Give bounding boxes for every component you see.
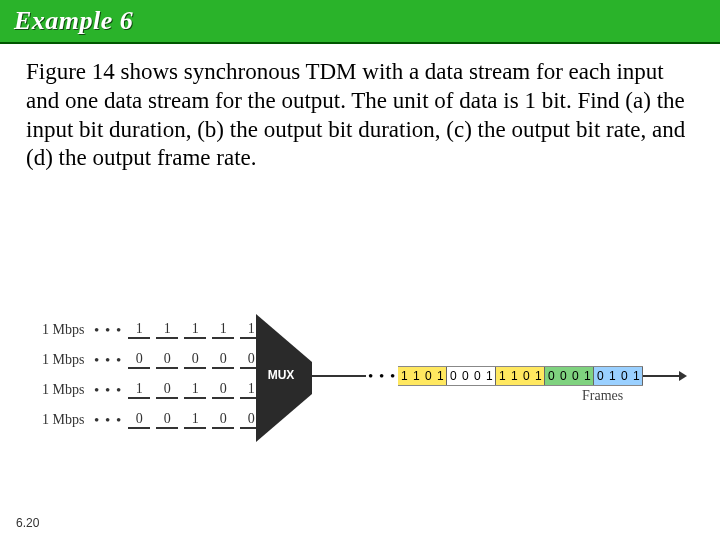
bit-value: 0 [128, 351, 150, 369]
output-frame: 1101 [496, 367, 545, 385]
bit-value: 1 [184, 411, 206, 429]
input-bits: 00100 [128, 411, 268, 429]
frame-bit: 1 [496, 367, 508, 385]
input-row: 1 Mbps• • •00100 [42, 408, 268, 432]
frame-bit: 1 [508, 367, 520, 385]
bit-value: 0 [128, 411, 150, 429]
bit-value: 0 [156, 351, 178, 369]
output-frame: 0001 [447, 367, 496, 385]
frame-bit: 1 [434, 367, 447, 385]
bit-value: 0 [156, 381, 178, 399]
input-rate: 1 Mbps [42, 322, 94, 338]
output-stream: • • • 11010001110100010101 [312, 366, 681, 386]
input-row: 1 Mbps• • •00000 [42, 348, 268, 372]
frame-bit: 1 [581, 367, 594, 385]
bit-value: 1 [156, 321, 178, 339]
bit-value: 1 [184, 381, 206, 399]
frame-bit: 1 [398, 367, 410, 385]
input-bits: 00000 [128, 351, 268, 369]
output-frame: 0001 [545, 367, 594, 385]
tdm-figure: 1 Mbps• • •111111 Mbps• • •000001 Mbps• … [42, 296, 682, 476]
bit-value: 1 [128, 381, 150, 399]
slide-title: Example 6 [14, 6, 133, 36]
output-wire [312, 375, 366, 377]
frame-bit: 0 [618, 367, 630, 385]
problem-statement: Figure 14 shows synchronous TDM with a d… [26, 58, 694, 173]
input-bits: 10101 [128, 381, 268, 399]
frame-bit: 1 [532, 367, 545, 385]
output-frames: 11010001110100010101 [398, 366, 643, 386]
frame-bit: 0 [520, 367, 532, 385]
output-frame: 0101 [594, 367, 643, 385]
mux-label: MUX [251, 368, 311, 382]
mux-block: MUX [256, 314, 312, 442]
arrow-right-icon [643, 375, 681, 377]
frame-bit: 0 [447, 367, 459, 385]
title-underline [0, 42, 720, 44]
frame-bit: 1 [483, 367, 496, 385]
output-frame: 1101 [398, 367, 447, 385]
frame-bit: 0 [594, 367, 606, 385]
page-number: 6.20 [16, 516, 39, 530]
input-row: 1 Mbps• • •11111 [42, 318, 268, 342]
frame-bit: 1 [410, 367, 422, 385]
input-bits: 11111 [128, 321, 268, 339]
bit-value: 0 [212, 411, 234, 429]
ellipsis-icon: • • • [368, 368, 396, 385]
frame-bit: 1 [606, 367, 618, 385]
input-rate: 1 Mbps [42, 382, 94, 398]
frame-bit: 0 [471, 367, 483, 385]
input-row: 1 Mbps• • •10101 [42, 378, 268, 402]
bit-value: 1 [184, 321, 206, 339]
frame-bit: 1 [630, 367, 643, 385]
frame-bit: 0 [422, 367, 434, 385]
frame-bit: 0 [459, 367, 471, 385]
input-streams: 1 Mbps• • •111111 Mbps• • •000001 Mbps• … [42, 318, 268, 432]
bit-value: 0 [156, 411, 178, 429]
input-rate: 1 Mbps [42, 412, 94, 428]
bit-value: 1 [212, 321, 234, 339]
bit-value: 0 [184, 351, 206, 369]
bit-value: 0 [212, 381, 234, 399]
frames-label: Frames [582, 388, 623, 404]
input-rate: 1 Mbps [42, 352, 94, 368]
bit-value: 1 [128, 321, 150, 339]
bit-value: 0 [212, 351, 234, 369]
title-bar: Example 6 [0, 0, 720, 42]
frame-bit: 0 [557, 367, 569, 385]
frame-bit: 0 [545, 367, 557, 385]
frame-bit: 0 [569, 367, 581, 385]
